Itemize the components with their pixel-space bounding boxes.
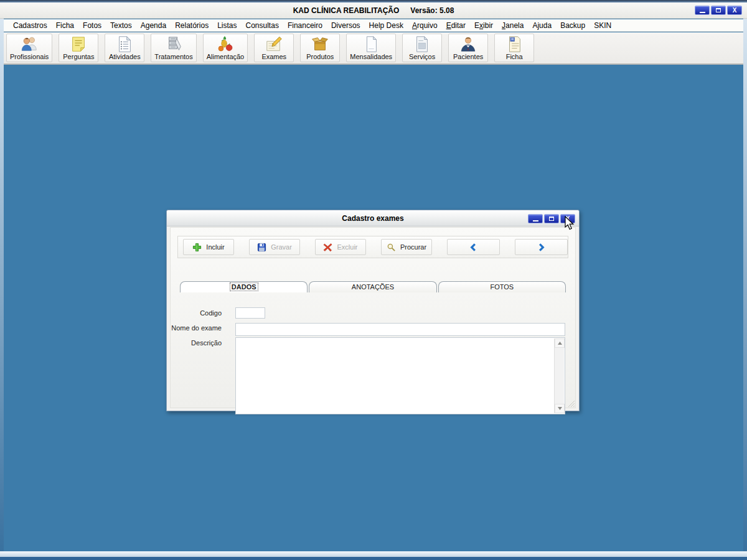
toolbar-button-profissionais[interactable]: Profissionais [6,34,52,62]
tab-dados[interactable]: DADOS [180,281,308,292]
descricao-label: Descrição [147,339,222,347]
menu-item-textos[interactable]: Textos [106,20,136,31]
menu-item-listas[interactable]: Listas [213,20,241,31]
scroll-up-icon[interactable] [555,338,565,348]
professionals-icon [20,35,39,54]
tab-label: FOTOS [490,283,514,291]
toolbar-button-tratamentos[interactable]: Tratamentos [151,34,196,62]
dialog-toolbar: IncluirGravarExcluirProcurar [177,236,568,258]
toolbar-button-label: Exames [261,53,286,60]
arrow-left-icon [469,243,478,252]
menu-bar: CadastrosFichaFotosTextosAgendaRelatório… [4,19,743,32]
menu-item-ficha[interactable]: Ficha [52,20,78,31]
procurar-button[interactable]: Procurar [381,239,432,255]
mouse-cursor [564,216,575,231]
menu-item-consultas[interactable]: Consultas [242,20,283,31]
menu-item-exibir[interactable]: Exibir [470,20,497,31]
toolbar-button-alimentação[interactable]: Alimentação [203,34,248,62]
menu-item-fotos[interactable]: Fotos [78,20,106,31]
menu-item-financeiro[interactable]: Financeiro [283,20,327,31]
toolbar-button-pacientes[interactable]: Pacientes [448,34,488,62]
nome-do-exame-label: Nome do exame [147,324,222,332]
dialog-title: Cadastro exames [342,214,403,223]
dialog-titlebar[interactable]: Cadastro exames X [167,210,579,226]
cadastro-exames-dialog: Cadastro exames X IncluirGravarExcluirPr… [166,210,580,411]
window-frame-bottom [0,551,747,557]
menu-item-arquivo[interactable]: Arquivo [408,20,442,31]
tab-label: ANOTAÇÕES [352,283,394,291]
main-titlebar: KAD CLÍNICA REABILITAÇÃO Versão: 5.08 X [0,2,747,19]
close-icon: X [733,7,737,14]
toolbar-button-label: Ficha [506,53,523,60]
gravar-button[interactable]: Gravar [249,239,300,255]
previous-record-button[interactable] [447,239,500,255]
add-plus-icon [192,243,202,252]
application-window: { "window": { "title": "KAD CLÍNICA REAB… [0,0,747,560]
button-label: Procurar [400,243,426,251]
monthly-sheet-icon [362,35,380,54]
toolbar-button-label: Perguntas [63,53,94,60]
minimize-icon [700,12,705,13]
toolbar-button-serviços[interactable]: Serviços [402,34,442,62]
window-frame-right [743,17,747,551]
incluir-button[interactable]: Incluir [183,239,234,255]
codigo-label: Codigo [147,309,222,317]
patients-person-icon [459,35,477,54]
app-title: KAD CLÍNICA REABILITAÇÃO [293,6,400,15]
menu-item-backup[interactable]: Backup [556,20,590,31]
menu-item-cadastros[interactable]: Cadastros [9,20,52,31]
toolbar-button-mensalidades[interactable]: Mensalidades [346,34,396,62]
toolbar-button-produtos[interactable]: Produtos [300,34,340,62]
toolbar-button-label: Tratamentos [154,53,192,60]
services-document-icon [413,35,431,54]
food-fruits-icon [216,35,235,54]
textarea-scrollbar[interactable] [554,338,564,413]
toolbar-button-exames[interactable]: Exames [254,34,294,62]
minimize-icon [533,220,538,222]
delete-x-icon [323,243,332,252]
save-floppy-icon [257,243,266,252]
menu-item-relatórios[interactable]: Relatórios [171,20,213,31]
toolbar-button-ficha[interactable]: Ficha [494,34,534,62]
next-record-button[interactable] [515,239,568,255]
tab-label: DADOS [230,283,258,291]
excluir-button[interactable]: Excluir [315,239,366,255]
button-label: Gravar [271,243,292,251]
menu-item-diversos[interactable]: Diversos [327,20,365,31]
minimize-button[interactable] [695,6,710,15]
maximize-icon [549,217,554,221]
menu-item-agenda[interactable]: Agenda [136,20,171,31]
menu-item-skin[interactable]: SKIN [590,20,616,31]
main-toolbar: ProfissionaisPerguntasAtividadesTratamen… [4,32,743,65]
dialog-minimize-button[interactable] [528,214,543,223]
button-label: Incluir [206,243,224,251]
app-version: Versão: 5.08 [410,6,454,15]
dialog-maximize-button[interactable] [544,214,559,223]
activities-notepad-icon [115,35,134,54]
treatments-cabinet-icon [164,35,183,54]
menu-item-editar[interactable]: Editar [442,20,470,31]
scroll-down-icon[interactable] [555,404,565,413]
menu-item-janela[interactable]: Janela [497,20,528,31]
search-magnifier-icon [387,243,396,252]
products-box-icon [311,35,329,54]
menu-item-ajuda[interactable]: Ajuda [528,20,556,31]
maximize-icon [716,8,721,12]
toolbar-button-label: Atividades [109,53,141,60]
dialog-tabs: DADOSANOTAÇÕESFOTOS [180,281,566,292]
tab-fotos[interactable]: FOTOS [438,281,566,292]
toolbar-button-atividades[interactable]: Atividades [105,34,144,62]
toolbar-button-perguntas[interactable]: Perguntas [59,34,98,62]
nome-do-exame-input[interactable] [235,323,565,336]
main-window-controls: X [695,6,742,15]
menu-item-help-desk[interactable]: Help Desk [365,20,408,31]
tab-anotações[interactable]: ANOTAÇÕES [309,281,436,292]
dialog-form: Codigo Nome do exame Descrição [180,292,566,403]
toolbar-button-label: Alimentação [207,53,245,60]
dialog-resize-grip[interactable] [566,399,575,407]
window-frame-bottom-edge [0,557,747,560]
codigo-input[interactable] [235,307,265,319]
close-button[interactable]: X [727,6,742,15]
maximize-button[interactable] [711,6,726,15]
descricao-textarea[interactable] [235,337,565,414]
